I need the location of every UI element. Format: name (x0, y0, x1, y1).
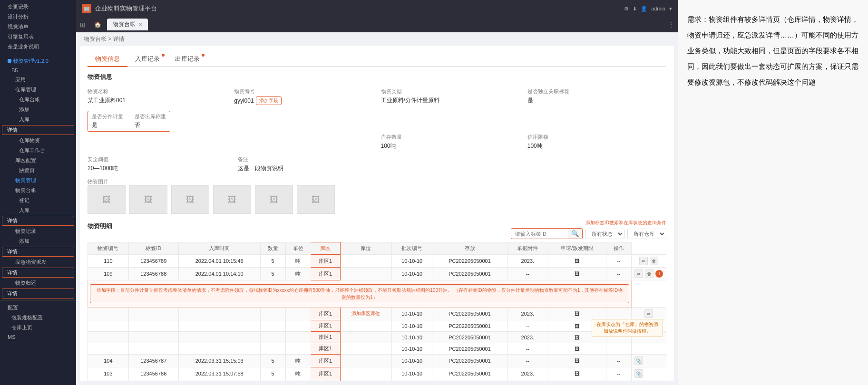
sidebar-item-detail5[interactable]: 详情 (2, 289, 74, 298)
cell-ops: ✏ 🗑 (631, 255, 666, 268)
search-input[interactable] (511, 230, 568, 238)
cell-location (340, 268, 391, 280)
sidebar-item-add[interactable]: 添加 (0, 105, 76, 115)
sidebar-item-warehouse-page[interactable]: 仓库上页 (0, 323, 76, 333)
sidebar-item-warehouse-workbench[interactable]: 仓库工作台 (0, 145, 76, 155)
sidebar-item-config[interactable]: 配置 (0, 303, 76, 313)
col-batch: 批次编号 (391, 242, 432, 255)
download-icon[interactable]: ⬇ (633, 6, 637, 12)
sidebar-item-return[interactable]: 物资归还 (0, 278, 76, 288)
table-row: 库区1 10-10-10 PC202205050001 -- 🖼 (88, 343, 666, 355)
image-2[interactable]: 🖼 (129, 185, 167, 214)
settings-icon[interactable]: ⚙ (624, 6, 629, 12)
cell-apply-date (606, 308, 631, 320)
image-6[interactable]: 🖼 (297, 185, 335, 214)
home-tab[interactable]: 🏠 (90, 19, 105, 30)
sidebar-item-business-desc[interactable]: 全是业务说明 (0, 42, 76, 52)
sidebar-item-ms[interactable]: MS (0, 333, 76, 341)
sidebar-item-engine-reuse[interactable]: 引擎复用表 (0, 32, 76, 42)
edit-icon[interactable]: ✏ (634, 270, 643, 278)
warehouse-select[interactable]: 所有仓库 仓库1 仓库2 (627, 229, 666, 239)
cell-in-time: 2022.03.31 15:15:03 (178, 355, 260, 367)
sidebar-item-in2[interactable]: 入库 (0, 205, 76, 215)
sidebar-item-design-analysis[interactable]: 设计分析 (0, 12, 76, 22)
sidebar-item-in[interactable]: 入库 (0, 115, 76, 125)
tab-close-icon[interactable]: ✕ (138, 22, 142, 27)
sidebar-item-app[interactable]: 应用 (0, 75, 76, 85)
sidebar-item-area-config[interactable]: 库区配置 (0, 155, 76, 165)
col-in-time: 入库时间 (178, 242, 260, 255)
cell-tag-id: 123456789 (128, 255, 178, 268)
in-record-dot (162, 54, 165, 57)
image-1[interactable]: 🖼 (88, 185, 126, 214)
cell-store-date: 2023. (507, 308, 548, 320)
user-icon[interactable]: 👤 (641, 6, 647, 12)
sidebar-item-material-records[interactable]: 物资记录 (0, 226, 76, 236)
sidebar-item-detail3[interactable]: 详情 (2, 247, 74, 257)
chevron-down-icon[interactable]: ▾ (669, 6, 672, 12)
field-material-name: 物资名称 某工业原料001 (88, 88, 226, 105)
sidebar-item-warehouse-materials[interactable]: 仓库物资 (0, 135, 76, 145)
sidebar-item-visual-list[interactable]: 视觉清单 (0, 22, 76, 32)
table-section: 物资明细 添加标签ID搜索和在库状态的查询条件 🔍 所有状态 在库 已出库 (88, 220, 666, 381)
sidebar-item-package-config[interactable]: 包装规格配置 (0, 313, 76, 323)
table-section-title: 物资明细 (88, 222, 112, 232)
sidebar-item-detail2[interactable]: 详情 (2, 216, 74, 226)
tab-out-record[interactable]: 出库记录 (167, 52, 207, 66)
sidebar-item-add2[interactable]: 添加 (0, 236, 76, 246)
sidebar-item-material-management[interactable]: 物资管理 (0, 175, 76, 185)
cell-batch-no: PC202205050001 (432, 268, 507, 280)
tab-in-record[interactable]: 入库记录 (127, 52, 167, 66)
sidebar: 变更记录 设计分析 视觉清单 引擎复用表 全是业务说明 物资管理v1.2.0 B… (0, 0, 76, 385)
cell-batch: 10-10-10 (391, 268, 432, 280)
delete-icon[interactable]: 🗑 (650, 257, 658, 265)
sidebar-item-warehouse-ledger[interactable]: 仓库台帐 (0, 95, 76, 105)
cell-batch-no: PC202205050001 (432, 255, 507, 268)
sidebar-item-register[interactable]: 登记 (0, 195, 76, 205)
more-icon[interactable]: ⋮ (668, 21, 674, 28)
sidebar-item-detail4[interactable]: 详情 (2, 268, 74, 278)
col-material-no: 物资编号 (88, 242, 129, 255)
info-grid-1: 物资名称 某工业原料001 物资编号 gyyl001 添加字段 物资类型 工业原… (88, 88, 666, 105)
sidebar-item-material-ledger[interactable]: 物资台帐 (0, 185, 76, 195)
app-icon: 🏢 (82, 4, 91, 13)
tab-label: 物资台帐 (113, 20, 136, 29)
sidebar-item-warehouse-mgmt[interactable]: 仓库管理 (0, 85, 76, 95)
tooltip-box: 在库状态为「在库」的物资添加放说明也叫做按钮。 (592, 319, 663, 337)
cell-material-no: 110 (88, 255, 129, 268)
sidebar-item-detail1[interactable]: 详情 (2, 125, 74, 135)
cell-qty: 5 (260, 268, 285, 280)
sidebar-item-change-log[interactable]: 变更记录 (0, 2, 76, 12)
delete-icon[interactable]: 🗑 (645, 270, 653, 278)
sidebar-item-missing[interactable]: 缺置页 (0, 165, 76, 175)
cell-in-time: 2022.04.01 10:14:10 (178, 268, 260, 280)
cell-unit: 吨 (285, 268, 311, 280)
sidebar-item-emergency[interactable]: 应急物资派发 (0, 257, 76, 267)
title-controls[interactable]: ⚙ ⬇ 👤 admin ▾ (624, 6, 672, 12)
cell-material-no (88, 308, 129, 320)
col-attachment: 单据附件 (507, 242, 548, 255)
edit-icon[interactable]: ✏ (639, 257, 648, 265)
cell-in-time: 2022.04.01 10:15:45 (178, 255, 260, 268)
search-button[interactable]: 🔍 (568, 229, 582, 239)
attachment-icon[interactable]: 📎 (634, 356, 643, 365)
edit-icon[interactable]: ✏ (644, 309, 653, 318)
status-select[interactable]: 所有状态 在库 已出库 (585, 229, 624, 239)
title-bar: 🏢 企业物料实物管理平台 ⚙ ⬇ 👤 admin ▾ (76, 0, 678, 17)
cell-area: 库区1 (311, 255, 340, 268)
main-tab[interactable]: 物资台帐 ✕ (107, 19, 148, 30)
sidebar-item-material-mgmt[interactable]: 物资管理v1.2.0 (0, 56, 76, 66)
tab-material-info[interactable]: 物资信息 (88, 52, 127, 66)
image-3[interactable]: 🖼 (171, 185, 209, 214)
cell-qty: 5 (260, 255, 285, 268)
cell-location (340, 255, 391, 268)
cell-apply-date: -- (606, 268, 631, 280)
add-field-btn[interactable]: 添加字段 (256, 96, 282, 105)
sub-tabs: 物资信息 入库记录 出库记录 (88, 52, 666, 67)
image-5[interactable]: 🖼 (255, 185, 293, 214)
table-row: 110 123456789 2022.04.01 10:15:45 5 吨 库区… (88, 255, 666, 268)
image-4[interactable]: 🖼 (213, 185, 251, 214)
sidebar-item-b5[interactable]: B5 (0, 66, 76, 75)
cell-in-time (178, 308, 260, 320)
attachment-icon[interactable]: 📎 (634, 369, 643, 378)
